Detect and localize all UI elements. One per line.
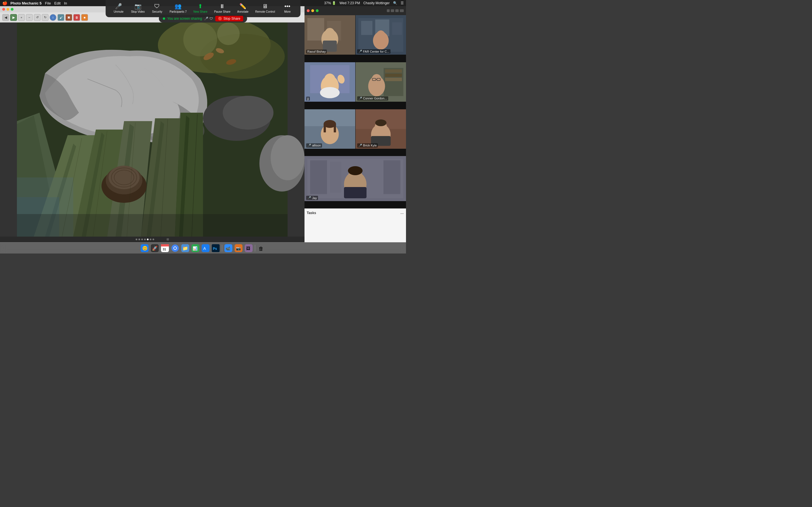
finder-icon: 😊 <box>141 244 149 252</box>
close-button[interactable] <box>2 8 5 11</box>
svg-rect-74 <box>384 160 400 194</box>
security-icon: 🛡 <box>154 3 160 10</box>
add-button[interactable]: + <box>18 14 25 21</box>
fullscreen-button[interactable] <box>11 8 13 11</box>
rotate-cw-button[interactable]: ↻ <box>42 14 49 21</box>
search-icon[interactable]: 🔍 <box>393 1 397 5</box>
muted-icon-far: 🎤 <box>358 50 362 53</box>
dock-zoom[interactable]: 📹 <box>224 244 233 252</box>
svg-point-37 <box>376 31 385 41</box>
unmute-button[interactable]: 🎤 Unmute <box>110 2 127 14</box>
tasks-expand-icon[interactable]: — <box>400 212 404 216</box>
filmstrip-dot-4[interactable] <box>144 238 146 240</box>
svg-text:📹: 📹 <box>225 246 231 251</box>
pause-share-label: Pause Share <box>214 10 231 13</box>
brick-name-label: 🎤 Brick Kyle <box>357 144 378 148</box>
apple-menu[interactable]: 🍎 <box>2 1 8 6</box>
svg-text:🚀: 🚀 <box>152 245 158 251</box>
participants-button[interactable]: 👥 Participants 7 <box>167 2 190 14</box>
zoom-window-controls <box>305 6 406 15</box>
muted-icon-jay: 🎤 <box>307 196 311 200</box>
more-button[interactable]: ••• More <box>279 2 296 14</box>
delete-button[interactable]: 🗑 <box>73 14 80 21</box>
unknown-dock-icon: 🖼 <box>245 244 253 252</box>
dock-trash[interactable]: 🗑 <box>257 244 266 252</box>
zoom-layout-grid2[interactable] <box>395 9 399 12</box>
filmstrip-dot-1[interactable] <box>136 238 137 240</box>
filmstrip-dot-3[interactable] <box>141 238 143 240</box>
raouf-video <box>305 15 355 55</box>
rotate-ccw-button[interactable]: ↺ <box>34 14 41 21</box>
sharing-audio-icons: 🎤 🛡 <box>204 17 213 20</box>
jj-video <box>305 62 355 102</box>
svg-point-4 <box>217 22 240 45</box>
dock-photomechanic[interactable]: 📷 <box>234 244 243 252</box>
color-class-button[interactable]: ■ <box>81 14 88 21</box>
pause-share-button[interactable]: ⏸ Pause Share <box>211 2 233 14</box>
svg-point-9 <box>223 96 273 129</box>
video-cell-jay: 🎤 Jay <box>305 156 406 201</box>
zoom-layout-mid[interactable] <box>391 9 394 12</box>
zoom-fullscreen-button[interactable] <box>316 9 319 12</box>
svg-rect-72 <box>310 160 327 194</box>
dock-appstore[interactable]: A <box>201 244 210 252</box>
dock-chrome[interactable] <box>170 244 180 252</box>
stop-share-button[interactable]: 🔴 Stop Share <box>215 16 243 21</box>
unmute-icon: 🎤 <box>115 3 122 10</box>
stamp-button[interactable]: ▣ <box>65 14 72 21</box>
menubar-right: 37% 🔋 Wed 7:23 PM Chasity Mottinger 🔍 ☰ <box>324 1 404 5</box>
color-button[interactable]: 🖌 <box>57 14 64 21</box>
dock-finder[interactable]: 😊 <box>140 244 149 252</box>
annotate-button[interactable]: ✏️ Annotate <box>234 2 251 14</box>
svg-point-41 <box>324 73 336 86</box>
menubar-in[interactable]: In <box>64 1 67 5</box>
filmstrip-dot-5[interactable] <box>147 238 149 240</box>
svg-rect-77 <box>344 187 366 198</box>
stop-video-icon: 📷 <box>135 3 142 10</box>
traffic-lights <box>2 8 13 11</box>
remote-control-button[interactable]: 🖥 Remote Control <box>252 2 278 14</box>
svg-point-18 <box>271 135 305 180</box>
photo-mechanic-panel: ◀ ▶ + − ↺ ↻ i 🖌 ▣ 🗑 ■ <box>0 6 305 242</box>
security-button[interactable]: 🛡 Security <box>149 2 165 14</box>
dock-files[interactable]: 📁 <box>181 244 190 252</box>
dock-unknown[interactable]: 🖼 <box>244 244 253 252</box>
zoom-close-button[interactable] <box>307 9 310 12</box>
filmstrip-end <box>167 238 169 240</box>
dock-photoshop[interactable]: Ps <box>211 244 220 252</box>
info-button[interactable]: i <box>50 14 56 21</box>
raouf-name: Raouf Bishay <box>307 50 326 53</box>
photomechanic-icon: 📷 <box>235 244 243 252</box>
forward-button[interactable]: ▶ <box>10 14 17 21</box>
dock-calendar[interactable]: 31 <box>160 244 169 252</box>
trash-icon: 🗑 <box>257 244 265 252</box>
zoom-layout-grid4[interactable] <box>400 9 404 12</box>
video-cell-far: 🎤 FAR Center for C... <box>356 15 406 55</box>
filmstrip-dot-2[interactable] <box>139 238 140 240</box>
sharing-banner: You are screen sharing 🎤 🛡 🔴 Stop Share <box>159 15 247 22</box>
filmstrip-dot-6[interactable] <box>150 238 151 240</box>
new-share-icon: ⬆ <box>198 3 203 10</box>
minimize-button[interactable] <box>6 8 9 11</box>
zoom-minimize-button[interactable] <box>311 9 314 12</box>
svg-text:🗑: 🗑 <box>259 246 264 251</box>
dock-numbers[interactable]: 📊 <box>191 244 200 252</box>
menu-icon[interactable]: ☰ <box>401 1 404 5</box>
stop-video-button[interactable]: 📷 Stop Video <box>128 2 148 14</box>
sharing-indicator <box>163 17 165 20</box>
menubar-file[interactable]: File <box>45 1 51 5</box>
svg-point-29 <box>325 28 335 39</box>
back-button[interactable]: ◀ <box>2 14 9 21</box>
annotate-icon: ✏️ <box>239 3 246 10</box>
filmstrip-dot-7[interactable] <box>153 238 154 240</box>
menubar-edit[interactable]: Edit <box>54 1 60 5</box>
allison-video <box>305 109 355 149</box>
annotate-label: Annotate <box>237 10 248 13</box>
subtract-button[interactable]: − <box>26 14 33 21</box>
svg-text:Ps: Ps <box>213 247 217 251</box>
new-share-button[interactable]: ⬆ New Share <box>191 2 210 14</box>
zoom-layout-min[interactable] <box>387 9 390 12</box>
conner-name-label: 🎤 Conner Gordon... <box>357 96 388 101</box>
dock-launchpad[interactable]: 🚀 <box>150 244 159 252</box>
video-cell-conner: 🎤 Conner Gordon... <box>356 62 406 102</box>
